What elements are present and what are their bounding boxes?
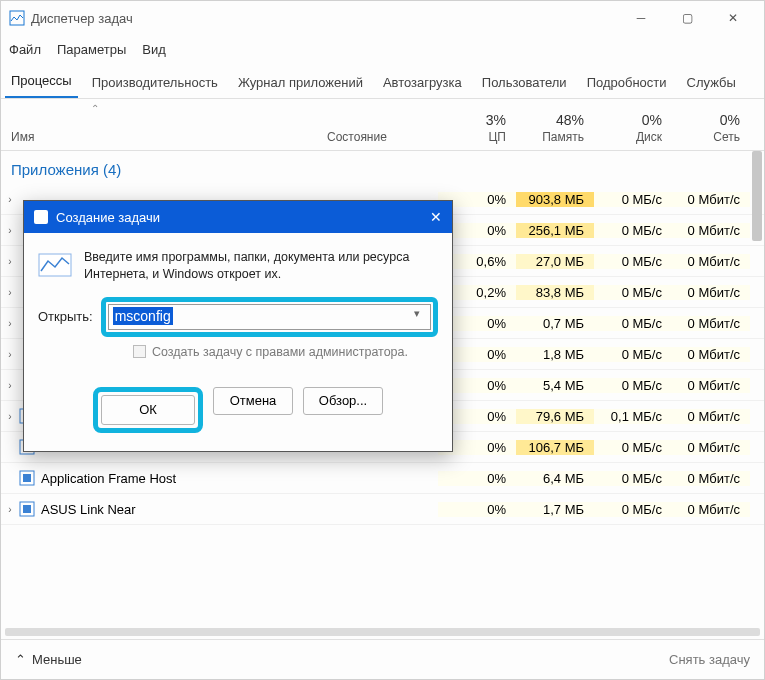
expand-icon[interactable]: ›	[1, 256, 19, 267]
tab-details[interactable]: Подробности	[581, 67, 673, 98]
chevron-down-icon[interactable]: ▾	[414, 307, 426, 320]
memory-cell: 1,8 МБ	[516, 347, 594, 362]
disk-cell: 0 МБ/с	[594, 223, 672, 238]
disk-cell: 0,1 МБ/с	[594, 409, 672, 424]
expand-icon[interactable]: ›	[1, 225, 19, 236]
cancel-button[interactable]: Отмена	[213, 387, 293, 415]
highlight-ok: ОК	[93, 387, 203, 433]
process-icon	[19, 501, 35, 517]
header-cpu[interactable]: 3%ЦП	[438, 106, 516, 150]
svg-rect-8	[23, 505, 31, 513]
expand-icon[interactable]: ›	[1, 349, 19, 360]
memory-cell: 79,6 МБ	[516, 409, 594, 424]
disk-cell: 0 МБ/с	[594, 254, 672, 269]
open-combobox[interactable]: msconfig ▾	[108, 304, 431, 330]
browse-button[interactable]: Обзор...	[303, 387, 383, 415]
tab-services[interactable]: Службы	[681, 67, 742, 98]
menubar: Файл Параметры Вид	[1, 35, 764, 63]
dialog-titlebar[interactable]: Создание задачи ✕	[24, 201, 452, 233]
tab-performance[interactable]: Производительность	[86, 67, 224, 98]
disk-cell: 0 МБ/с	[594, 502, 672, 517]
footer: ⌃ Меньше Снять задачу	[1, 639, 764, 679]
sort-indicator-icon: ⌃	[91, 103, 99, 114]
tab-app-history[interactable]: Журнал приложений	[232, 67, 369, 98]
network-cell: 0 Мбит/с	[672, 378, 750, 393]
memory-cell: 106,7 МБ	[516, 440, 594, 455]
titlebar: Диспетчер задач ─ ▢ ✕	[1, 1, 764, 35]
expand-icon[interactable]: ›	[1, 194, 19, 205]
ok-button[interactable]: ОК	[101, 395, 195, 425]
svg-rect-6	[23, 474, 31, 482]
network-cell: 0 Мбит/с	[672, 502, 750, 517]
table-row[interactable]: Application Frame Host0%6,4 МБ0 МБ/с0 Мб…	[1, 463, 764, 494]
window-title: Диспетчер задач	[31, 11, 618, 26]
header-status[interactable]: Состояние	[323, 124, 438, 150]
disk-cell: 0 МБ/с	[594, 440, 672, 455]
disk-cell: 0 МБ/с	[594, 192, 672, 207]
expand-icon[interactable]: ›	[1, 380, 19, 391]
expand-icon[interactable]: ›	[1, 318, 19, 329]
admin-checkbox[interactable]	[133, 345, 146, 358]
task-manager-window: Диспетчер задач ─ ▢ ✕ Файл Параметры Вид…	[0, 0, 765, 680]
memory-cell: 5,4 МБ	[516, 378, 594, 393]
table-row[interactable]: ›ASUS Link Near0%1,7 МБ0 МБ/с0 Мбит/с	[1, 494, 764, 525]
horizontal-scrollbar[interactable]	[1, 625, 764, 639]
network-cell: 0 Мбит/с	[672, 347, 750, 362]
maximize-button[interactable]: ▢	[664, 3, 710, 33]
open-label: Открыть:	[38, 309, 93, 324]
network-cell: 0 Мбит/с	[672, 254, 750, 269]
cpu-cell: 0%	[438, 471, 516, 486]
header-disk[interactable]: 0%Диск	[594, 106, 672, 150]
minimize-button[interactable]: ─	[618, 3, 664, 33]
tab-processes[interactable]: Процессы	[5, 65, 78, 98]
expand-icon[interactable]: ›	[1, 504, 19, 515]
dialog-icon	[34, 210, 48, 224]
menu-options[interactable]: Параметры	[57, 42, 126, 57]
disk-cell: 0 МБ/с	[594, 285, 672, 300]
network-cell: 0 Мбит/с	[672, 223, 750, 238]
column-headers: ⌃ Имя Состояние 3%ЦП 48%Память 0%Диск 0%…	[1, 99, 764, 151]
header-memory[interactable]: 48%Память	[516, 106, 594, 150]
network-cell: 0 Мбит/с	[672, 192, 750, 207]
disk-cell: 0 МБ/с	[594, 378, 672, 393]
network-cell: 0 Мбит/с	[672, 440, 750, 455]
memory-cell: 256,1 МБ	[516, 223, 594, 238]
memory-cell: 83,8 МБ	[516, 285, 594, 300]
close-button[interactable]: ✕	[710, 3, 756, 33]
memory-cell: 6,4 МБ	[516, 471, 594, 486]
expand-icon[interactable]: ›	[1, 411, 19, 422]
header-network[interactable]: 0%Сеть	[672, 106, 750, 150]
network-cell: 0 Мбит/с	[672, 316, 750, 331]
tab-users[interactable]: Пользователи	[476, 67, 573, 98]
tabs: Процессы Производительность Журнал прило…	[1, 63, 764, 99]
end-task-button[interactable]: Снять задачу	[669, 652, 750, 667]
network-cell: 0 Мбит/с	[672, 285, 750, 300]
tab-startup[interactable]: Автозагрузка	[377, 67, 468, 98]
process-name: ASUS Link Near	[19, 501, 323, 517]
memory-cell: 903,8 МБ	[516, 192, 594, 207]
app-icon	[9, 10, 25, 26]
disk-cell: 0 МБ/с	[594, 316, 672, 331]
svg-rect-0	[10, 11, 24, 25]
svg-rect-9	[39, 254, 71, 276]
memory-cell: 0,7 МБ	[516, 316, 594, 331]
network-cell: 0 Мбит/с	[672, 409, 750, 424]
dialog-instruction: Введите имя программы, папки, документа …	[84, 249, 438, 283]
menu-view[interactable]: Вид	[142, 42, 166, 57]
open-value: msconfig	[113, 307, 173, 325]
memory-cell: 27,0 МБ	[516, 254, 594, 269]
section-apps: Приложения (4)	[1, 151, 764, 184]
cpu-cell: 0%	[438, 502, 516, 517]
admin-label: Создать задачу с правами администратора.	[152, 345, 408, 359]
dialog-title: Создание задачи	[56, 210, 430, 225]
memory-cell: 1,7 МБ	[516, 502, 594, 517]
fewer-details-button[interactable]: ⌃ Меньше	[15, 652, 82, 667]
process-icon	[19, 470, 35, 486]
expand-icon[interactable]: ›	[1, 287, 19, 298]
menu-file[interactable]: Файл	[9, 42, 41, 57]
disk-cell: 0 МБ/с	[594, 347, 672, 362]
vertical-scrollbar[interactable]	[752, 151, 762, 241]
dialog-close-button[interactable]: ✕	[430, 209, 442, 225]
chevron-up-icon: ⌃	[15, 652, 26, 667]
header-name[interactable]: Имя	[1, 124, 323, 150]
